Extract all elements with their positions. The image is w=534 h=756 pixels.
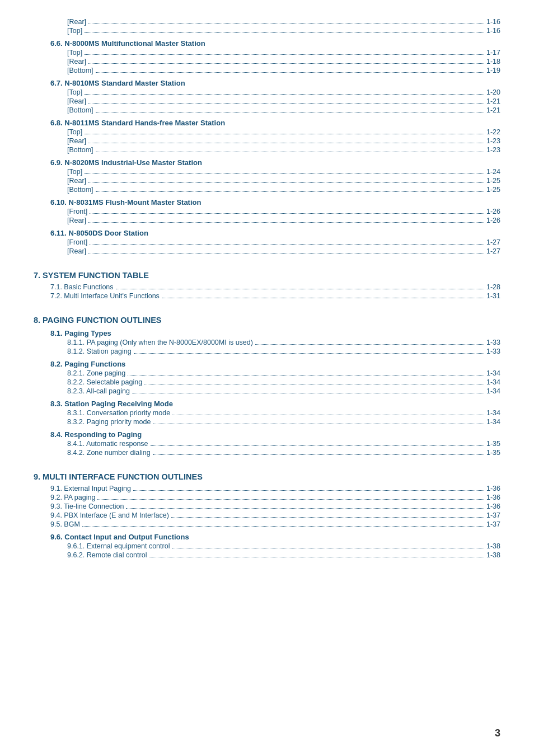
section-6-9-heading: 6.9. N-8020MS Industrial-Use Master Stat… xyxy=(34,158,500,167)
top-entry-1: [Top] 1-16 xyxy=(34,27,500,35)
entry-9-6-1: 9.6.1. External equipment control 1-38 xyxy=(34,542,500,550)
entry-6-6-rear: [Rear] 1-18 xyxy=(34,58,500,65)
entry-9-4: 9.4. PBX Interface (E and M Interface) 1… xyxy=(34,511,500,519)
page-num: 1-16 xyxy=(486,27,500,35)
entry-8-1-1: 8.1.1. PA paging (Only when the N-8000EX… xyxy=(34,339,500,346)
rear-entry-1: [Rear] 1-16 xyxy=(34,18,500,26)
entry-6-11-front: [Front] 1-27 xyxy=(34,238,500,246)
section-8-4-heading: 8.4. Responding to Paging xyxy=(34,430,500,439)
entry-8-2-2: 8.2.2. Selectable paging 1-34 xyxy=(34,378,500,386)
entry-6-9-bottom: [Bottom] 1-25 xyxy=(34,186,500,194)
section-8-1-heading: 8.1. Paging Types xyxy=(34,329,500,337)
entry-8-4-1: 8.4.1. Automatic response 1-35 xyxy=(34,440,500,448)
rear-label-1: [Rear] xyxy=(67,18,86,26)
page-num: 1-16 xyxy=(486,18,500,26)
entry-8-4-2: 8.4.2. Zone number dialing 1-35 xyxy=(34,449,500,457)
entry-9-5: 9.5. BGM 1-37 xyxy=(34,520,500,528)
section-9-title: 9. MULTI INTERFACE FUNCTION OUTLINES xyxy=(34,472,500,481)
entry-6-7-rear: [Rear] 1-21 xyxy=(34,97,500,105)
entry-6-7-bottom: [Bottom] 1-21 xyxy=(34,106,500,114)
entry-8-3-2: 8.3.2. Paging priority mode 1-34 xyxy=(34,418,500,426)
section-9-6-heading: 9.6. Contact Input and Output Functions xyxy=(34,533,500,541)
entry-9-3: 9.3. Tie-line Connection 1-36 xyxy=(34,503,500,510)
entry-6-11-rear: [Rear] 1-27 xyxy=(34,247,500,255)
entry-6-8-rear: [Rear] 1-23 xyxy=(34,137,500,145)
dots xyxy=(85,32,484,33)
entry-6-8-top: [Top] 1-22 xyxy=(34,128,500,136)
section-8-2-heading: 8.2. Paging Functions xyxy=(34,360,500,368)
section-6-6-heading: 6.6. N-8000MS Multifunctional Master Sta… xyxy=(34,39,500,48)
section-6-10-heading: 6.10. N-8031MS Flush-Mount Master Statio… xyxy=(34,198,500,206)
page-number: 3 xyxy=(495,727,500,739)
entry-6-10-rear: [Rear] 1-26 xyxy=(34,217,500,224)
entry-6-9-rear: [Rear] 1-25 xyxy=(34,177,500,185)
entry-6-10-front: [Front] 1-26 xyxy=(34,208,500,215)
section-6-11-heading: 6.11. N-8050DS Door Station xyxy=(34,229,500,237)
entry-8-2-1: 8.2.1. Zone paging 1-34 xyxy=(34,369,500,377)
entry-8-3-1: 8.3.1. Conversation priority mode 1-34 xyxy=(34,409,500,417)
entry-9-6-2: 9.6.2. Remote dial control 1-38 xyxy=(34,551,500,559)
entry-6-7-top: [Top] 1-20 xyxy=(34,88,500,96)
section-6-7-heading: 6.7. N-8010MS Standard Master Station xyxy=(34,79,500,87)
entry-6-9-top: [Top] 1-24 xyxy=(34,168,500,176)
dots xyxy=(88,24,484,24)
entry-9-2: 9.2. PA paging 1-36 xyxy=(34,494,500,501)
entry-8-1-2: 8.1.2. Station paging 1-33 xyxy=(34,348,500,355)
entry-6-6-top: [Top] 1-17 xyxy=(34,49,500,57)
section-7-title: 7. SYSTEM FUNCTION TABLE xyxy=(34,271,500,280)
section-6-8-heading: 6.8. N-8011MS Standard Hands-free Master… xyxy=(34,119,500,127)
entry-9-1: 9.1. External Input Paging 1-36 xyxy=(34,485,500,492)
entry-7-1: 7.1. Basic Functions 1-28 xyxy=(34,283,500,291)
section-8-title: 8. PAGING FUNCTION OUTLINES xyxy=(34,316,500,325)
section-8-3-heading: 8.3. Station Paging Receiving Mode xyxy=(34,400,500,408)
toc-container: [Rear] 1-16 [Top] 1-16 6.6. N-8000MS Mul… xyxy=(34,11,500,559)
entry-7-2: 7.2. Multi Interface Unit's Functions 1-… xyxy=(34,292,500,300)
entry-6-8-bottom: [Bottom] 1-23 xyxy=(34,146,500,154)
top-label-1: [Top] xyxy=(67,27,82,35)
entry-6-6-bottom: [Bottom] 1-19 xyxy=(34,67,500,74)
entry-8-2-3: 8.2.3. All-call paging 1-34 xyxy=(34,387,500,395)
